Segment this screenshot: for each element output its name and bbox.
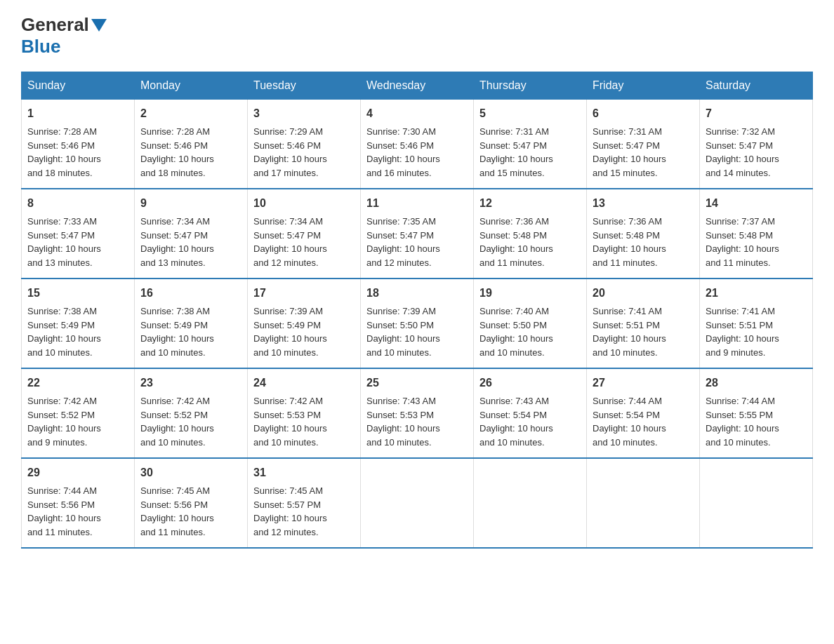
day-number: 23 <box>140 375 241 391</box>
sunrise-text: Sunrise: 7:39 AMSunset: 5:49 PMDaylight:… <box>253 306 327 358</box>
calendar-cell: 25Sunrise: 7:43 AMSunset: 5:53 PMDayligh… <box>361 368 474 458</box>
day-number: 17 <box>253 285 355 302</box>
sunrise-text: Sunrise: 7:28 AMSunset: 5:46 PMDaylight:… <box>140 126 214 178</box>
calendar-cell: 1Sunrise: 7:28 AMSunset: 5:46 PMDaylight… <box>22 100 135 189</box>
logo-blue-text: Blue <box>21 36 60 57</box>
page-header: General Blue <box>21 14 813 58</box>
calendar-week-row: 1Sunrise: 7:28 AMSunset: 5:46 PMDaylight… <box>22 100 813 189</box>
calendar-cell: 22Sunrise: 7:42 AMSunset: 5:52 PMDayligh… <box>22 368 135 458</box>
day-number: 7 <box>706 105 807 122</box>
day-number: 13 <box>593 195 694 212</box>
calendar-cell: 14Sunrise: 7:37 AMSunset: 5:48 PMDayligh… <box>700 189 813 279</box>
calendar-cell: 27Sunrise: 7:44 AMSunset: 5:54 PMDayligh… <box>587 368 700 458</box>
calendar-cell: 23Sunrise: 7:42 AMSunset: 5:52 PMDayligh… <box>135 368 248 458</box>
day-number: 31 <box>253 464 355 481</box>
col-header-monday: Monday <box>135 72 248 100</box>
day-number: 18 <box>366 285 468 302</box>
sunrise-text: Sunrise: 7:42 AMSunset: 5:52 PMDaylight:… <box>140 396 214 448</box>
day-number: 14 <box>706 195 807 212</box>
day-number: 2 <box>140 105 241 122</box>
sunrise-text: Sunrise: 7:28 AMSunset: 5:46 PMDaylight:… <box>27 126 101 178</box>
day-number: 25 <box>366 375 468 391</box>
calendar-cell: 29Sunrise: 7:44 AMSunset: 5:56 PMDayligh… <box>22 458 135 548</box>
calendar-cell <box>361 458 474 548</box>
day-number: 11 <box>366 195 468 212</box>
sunrise-text: Sunrise: 7:38 AMSunset: 5:49 PMDaylight:… <box>27 306 101 358</box>
sunrise-text: Sunrise: 7:32 AMSunset: 5:47 PMDaylight:… <box>706 126 779 178</box>
calendar-cell: 20Sunrise: 7:41 AMSunset: 5:51 PMDayligh… <box>587 279 700 368</box>
col-header-sunday: Sunday <box>22 72 135 100</box>
calendar-week-row: 29Sunrise: 7:44 AMSunset: 5:56 PMDayligh… <box>22 458 813 548</box>
day-number: 29 <box>27 464 128 481</box>
sunrise-text: Sunrise: 7:40 AMSunset: 5:50 PMDaylight:… <box>479 306 553 358</box>
calendar-cell: 12Sunrise: 7:36 AMSunset: 5:48 PMDayligh… <box>474 189 587 279</box>
calendar-cell: 31Sunrise: 7:45 AMSunset: 5:57 PMDayligh… <box>248 458 361 548</box>
day-number: 5 <box>479 105 581 122</box>
sunrise-text: Sunrise: 7:29 AMSunset: 5:46 PMDaylight:… <box>253 126 327 178</box>
logo-triangle-icon <box>91 19 107 33</box>
calendar-cell: 9Sunrise: 7:34 AMSunset: 5:47 PMDaylight… <box>135 189 248 279</box>
sunrise-text: Sunrise: 7:37 AMSunset: 5:48 PMDaylight:… <box>706 216 779 268</box>
sunrise-text: Sunrise: 7:43 AMSunset: 5:54 PMDaylight:… <box>479 396 553 448</box>
sunrise-text: Sunrise: 7:42 AMSunset: 5:53 PMDaylight:… <box>253 396 327 448</box>
calendar-week-row: 15Sunrise: 7:38 AMSunset: 5:49 PMDayligh… <box>22 279 813 368</box>
svg-marker-0 <box>91 19 107 32</box>
sunrise-text: Sunrise: 7:36 AMSunset: 5:48 PMDaylight:… <box>479 216 553 268</box>
sunrise-text: Sunrise: 7:34 AMSunset: 5:47 PMDaylight:… <box>140 216 214 268</box>
calendar-header-row: SundayMondayTuesdayWednesdayThursdayFrid… <box>22 72 813 100</box>
day-number: 26 <box>479 375 581 391</box>
calendar-cell: 17Sunrise: 7:39 AMSunset: 5:49 PMDayligh… <box>248 279 361 368</box>
calendar-cell: 4Sunrise: 7:30 AMSunset: 5:46 PMDaylight… <box>361 100 474 189</box>
calendar-cell: 15Sunrise: 7:38 AMSunset: 5:49 PMDayligh… <box>22 279 135 368</box>
calendar-cell: 16Sunrise: 7:38 AMSunset: 5:49 PMDayligh… <box>135 279 248 368</box>
sunrise-text: Sunrise: 7:39 AMSunset: 5:50 PMDaylight:… <box>366 306 440 358</box>
calendar-cell: 19Sunrise: 7:40 AMSunset: 5:50 PMDayligh… <box>474 279 587 368</box>
col-header-saturday: Saturday <box>700 72 813 100</box>
sunrise-text: Sunrise: 7:31 AMSunset: 5:47 PMDaylight:… <box>479 126 553 178</box>
sunrise-text: Sunrise: 7:43 AMSunset: 5:53 PMDaylight:… <box>366 396 440 448</box>
sunrise-text: Sunrise: 7:44 AMSunset: 5:54 PMDaylight:… <box>593 396 666 448</box>
sunrise-text: Sunrise: 7:35 AMSunset: 5:47 PMDaylight:… <box>366 216 440 268</box>
sunrise-text: Sunrise: 7:42 AMSunset: 5:52 PMDaylight:… <box>27 396 101 448</box>
col-header-friday: Friday <box>587 72 700 100</box>
day-number: 1 <box>27 105 128 122</box>
sunrise-text: Sunrise: 7:38 AMSunset: 5:49 PMDaylight:… <box>140 306 214 358</box>
calendar-cell: 3Sunrise: 7:29 AMSunset: 5:46 PMDaylight… <box>248 100 361 189</box>
sunrise-text: Sunrise: 7:44 AMSunset: 5:56 PMDaylight:… <box>27 485 101 537</box>
day-number: 15 <box>27 285 128 302</box>
day-number: 3 <box>253 105 355 122</box>
day-number: 9 <box>140 195 241 212</box>
calendar-table: SundayMondayTuesdayWednesdayThursdayFrid… <box>21 72 813 549</box>
sunrise-text: Sunrise: 7:45 AMSunset: 5:57 PMDaylight:… <box>253 485 327 537</box>
logo-general-text: General <box>21 14 89 36</box>
day-number: 28 <box>706 375 807 391</box>
calendar-week-row: 22Sunrise: 7:42 AMSunset: 5:52 PMDayligh… <box>22 368 813 458</box>
calendar-week-row: 8Sunrise: 7:33 AMSunset: 5:47 PMDaylight… <box>22 189 813 279</box>
calendar-cell: 5Sunrise: 7:31 AMSunset: 5:47 PMDaylight… <box>474 100 587 189</box>
calendar-cell: 2Sunrise: 7:28 AMSunset: 5:46 PMDaylight… <box>135 100 248 189</box>
sunrise-text: Sunrise: 7:31 AMSunset: 5:47 PMDaylight:… <box>593 126 666 178</box>
sunrise-text: Sunrise: 7:36 AMSunset: 5:48 PMDaylight:… <box>593 216 666 268</box>
calendar-cell: 18Sunrise: 7:39 AMSunset: 5:50 PMDayligh… <box>361 279 474 368</box>
calendar-cell: 28Sunrise: 7:44 AMSunset: 5:55 PMDayligh… <box>700 368 813 458</box>
day-number: 22 <box>27 375 128 391</box>
sunrise-text: Sunrise: 7:33 AMSunset: 5:47 PMDaylight:… <box>27 216 101 268</box>
sunrise-text: Sunrise: 7:41 AMSunset: 5:51 PMDaylight:… <box>593 306 666 358</box>
calendar-cell: 6Sunrise: 7:31 AMSunset: 5:47 PMDaylight… <box>587 100 700 189</box>
calendar-cell: 13Sunrise: 7:36 AMSunset: 5:48 PMDayligh… <box>587 189 700 279</box>
sunrise-text: Sunrise: 7:34 AMSunset: 5:47 PMDaylight:… <box>253 216 327 268</box>
sunrise-text: Sunrise: 7:41 AMSunset: 5:51 PMDaylight:… <box>706 306 779 358</box>
day-number: 24 <box>253 375 355 391</box>
logo: General Blue <box>21 14 107 58</box>
day-number: 21 <box>706 285 807 302</box>
day-number: 4 <box>366 105 468 122</box>
calendar-cell <box>587 458 700 548</box>
day-number: 20 <box>593 285 694 302</box>
sunrise-text: Sunrise: 7:30 AMSunset: 5:46 PMDaylight:… <box>366 126 440 178</box>
sunrise-text: Sunrise: 7:44 AMSunset: 5:55 PMDaylight:… <box>706 396 779 448</box>
calendar-cell: 10Sunrise: 7:34 AMSunset: 5:47 PMDayligh… <box>248 189 361 279</box>
col-header-wednesday: Wednesday <box>361 72 474 100</box>
day-number: 12 <box>479 195 581 212</box>
calendar-cell: 8Sunrise: 7:33 AMSunset: 5:47 PMDaylight… <box>22 189 135 279</box>
day-number: 8 <box>27 195 128 212</box>
